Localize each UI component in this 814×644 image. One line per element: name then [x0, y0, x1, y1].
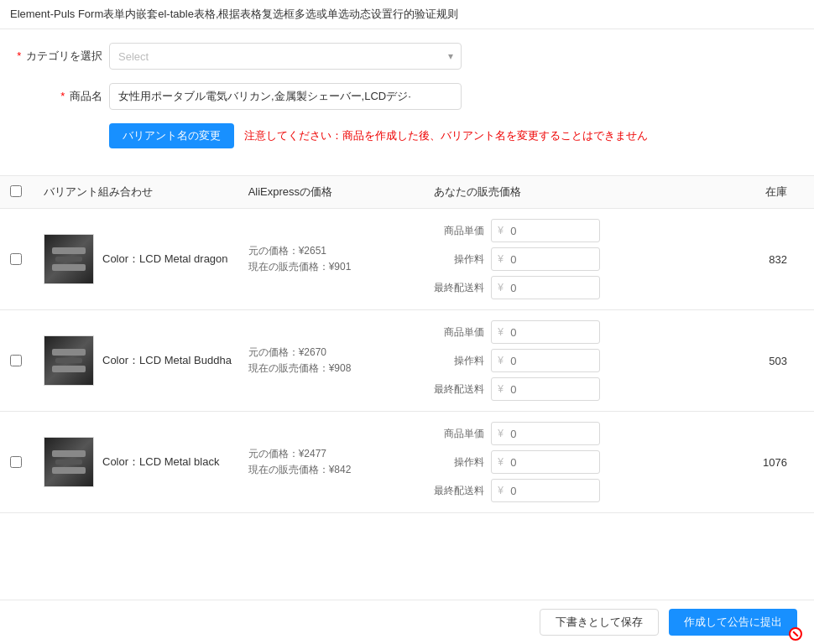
product-name-label: * 商品名: [17, 89, 109, 104]
product-name-required: *: [60, 90, 65, 102]
row2-shipping-row: 最終配送料 ¥: [434, 377, 694, 401]
submit-button[interactable]: 作成して公告に提出: [669, 609, 797, 636]
row1-handling-label: 操作料: [434, 252, 484, 267]
row3-shipping-label: 最終配送料: [434, 484, 484, 498]
row2-unit-row: 商品単価 ¥: [434, 320, 694, 344]
row3-check: [10, 456, 44, 468]
save-draft-button[interactable]: 下書きとして保存: [540, 609, 659, 636]
row1-thumbnail: [44, 234, 94, 284]
yen-prefix-icon: ¥: [498, 485, 504, 496]
no-entry-line: [792, 631, 798, 636]
row3-handling-label: 操作料: [434, 455, 484, 470]
yen-prefix-icon: ¥: [498, 225, 504, 236]
header-variant-col: バリアント組み合わせ: [44, 184, 248, 200]
row1-unit-price-input[interactable]: [491, 219, 600, 242]
table-header: バリアント組み合わせ AliExpressの価格 あなたの販売価格 在庫: [0, 175, 814, 209]
row1-unit-row: 商品単価 ¥: [434, 219, 694, 242]
yen-prefix-icon: ¥: [498, 282, 504, 293]
variant-row: バリアント名の変更 注意してください：商品を作成した後、バリアント名を変更するこ…: [17, 123, 797, 148]
yen-prefix-icon: ¥: [498, 428, 504, 439]
row2-unit-input-wrapper: ¥: [491, 320, 600, 344]
row2-handling-row: 操作料 ¥: [434, 349, 694, 372]
row1-handling-price-input[interactable]: [491, 247, 600, 271]
row2-handling-input-wrapper: ¥: [491, 349, 600, 372]
category-required: *: [17, 49, 21, 62]
variant-rename-button[interactable]: バリアント名の変更: [109, 123, 234, 148]
row2-unit-price-input[interactable]: [491, 320, 600, 344]
row3-price: 元の価格：¥2477 現在の販売価格：¥842: [248, 447, 435, 477]
product-name-input[interactable]: [109, 83, 462, 110]
page-title: Element-Puls Form表単内嵌套el-table表格,根据表格复选框…: [0, 0, 814, 29]
category-row: * カテゴリを選択 Select ▾: [17, 43, 797, 70]
row3-original-price: 元の価格：¥2477: [248, 447, 435, 461]
product-name-row: * 商品名: [17, 83, 797, 110]
row2-handling-label: 操作料: [434, 354, 484, 368]
row3-shipping-input-wrapper: ¥: [491, 479, 600, 502]
header-stock-col: 在庫: [694, 184, 804, 200]
row3-handling-row: 操作料 ¥: [434, 450, 694, 474]
yen-prefix-icon: ¥: [498, 355, 504, 366]
table-row: Color：LCD Metal dragon 元の価格：¥2651 現在の販売価…: [0, 209, 814, 310]
row2-variant-name: Color：LCD Metal Buddha: [102, 353, 232, 368]
row2-shipping-price-input[interactable]: [491, 377, 600, 401]
row2-thumbnail: [44, 335, 94, 386]
row1-original-price: 元の価格：¥2651: [248, 244, 435, 258]
category-label: * カテゴリを選択: [17, 49, 109, 64]
row3-shipping-row: 最終配送料 ¥: [434, 479, 694, 502]
no-entry-icon: [789, 627, 802, 641]
row3-checkbox[interactable]: [10, 456, 22, 468]
row1-current-price: 現在の販売価格：¥901: [248, 260, 435, 274]
row1-shipping-input-wrapper: ¥: [491, 276, 600, 299]
row2-check: [10, 355, 44, 366]
row3-unit-row: 商品単価 ¥: [434, 422, 694, 445]
row1-selling: 商品単価 ¥ 操作料 ¥ 最終配送料 ¥: [434, 219, 694, 299]
row1-shipping-row: 最終配送料 ¥: [434, 276, 694, 299]
row1-shipping-label: 最終配送料: [434, 281, 484, 295]
row2-handling-price-input[interactable]: [491, 349, 600, 372]
row2-selling: 商品単価 ¥ 操作料 ¥ 最終配送料 ¥: [434, 320, 694, 401]
row3-variant: Color：LCD Metal black: [44, 437, 248, 487]
row3-selling: 商品単価 ¥ 操作料 ¥ 最終配送料 ¥: [434, 422, 694, 502]
row3-unit-label: 商品単価: [434, 427, 484, 441]
category-select-wrapper: Select ▾: [109, 43, 462, 70]
row2-shipping-input-wrapper: ¥: [491, 377, 600, 401]
row2-unit-label: 商品単価: [434, 325, 484, 340]
row2-variant: Color：LCD Metal Buddha: [44, 335, 248, 386]
yen-prefix-icon: ¥: [498, 253, 504, 265]
table-row: Color：LCD Metal black 元の価格：¥2477 現在の販売価格…: [0, 412, 814, 513]
header-selling-col: あなたの販売価格: [434, 184, 694, 200]
row2-price: 元の価格：¥2670 現在の販売価格：¥908: [248, 345, 435, 376]
row1-handling-input-wrapper: ¥: [491, 247, 600, 271]
warning-text: 注意してください：商品を作成した後、バリアント名を変更することはできません: [244, 128, 648, 143]
row2-current-price: 現在の販売価格：¥908: [248, 361, 435, 376]
submit-button-label: 作成して公告に提出: [684, 615, 782, 628]
row3-handling-price-input[interactable]: [491, 450, 600, 474]
header-price-col: AliExpressの価格: [248, 184, 435, 200]
row3-variant-name: Color：LCD Metal black: [102, 454, 219, 470]
row3-current-price: 現在の販売価格：¥842: [248, 463, 435, 477]
row1-checkbox[interactable]: [10, 253, 22, 265]
row3-unit-input-wrapper: ¥: [491, 422, 600, 445]
row1-variant: Color：LCD Metal dragon: [44, 234, 248, 284]
header-check-col: [10, 185, 44, 200]
yen-prefix-icon: ¥: [498, 456, 504, 468]
row3-unit-price-input[interactable]: [491, 422, 600, 445]
yen-prefix-icon: ¥: [498, 326, 504, 338]
row3-thumbnail: [44, 437, 94, 487]
row2-stock: 503: [694, 355, 804, 367]
row2-checkbox[interactable]: [10, 355, 22, 366]
product-table: バリアント組み合わせ AliExpressの価格 あなたの販売価格 在庫 Col…: [0, 175, 814, 513]
row3-shipping-price-input[interactable]: [491, 479, 600, 502]
row1-stock: 832: [694, 253, 804, 266]
row1-variant-name: Color：LCD Metal dragon: [102, 252, 228, 267]
row2-shipping-label: 最終配送料: [434, 382, 484, 397]
row1-price: 元の価格：¥2651 現在の販売価格：¥901: [248, 244, 435, 274]
row1-unit-input-wrapper: ¥: [491, 219, 600, 242]
category-select[interactable]: Select: [109, 43, 462, 70]
row1-check: [10, 253, 44, 265]
row3-stock: 1076: [694, 456, 804, 469]
row1-shipping-price-input[interactable]: [491, 276, 600, 299]
row3-handling-input-wrapper: ¥: [491, 450, 600, 474]
select-all-checkbox[interactable]: [10, 185, 22, 197]
table-row: Color：LCD Metal Buddha 元の価格：¥2670 現在の販売価…: [0, 310, 814, 412]
